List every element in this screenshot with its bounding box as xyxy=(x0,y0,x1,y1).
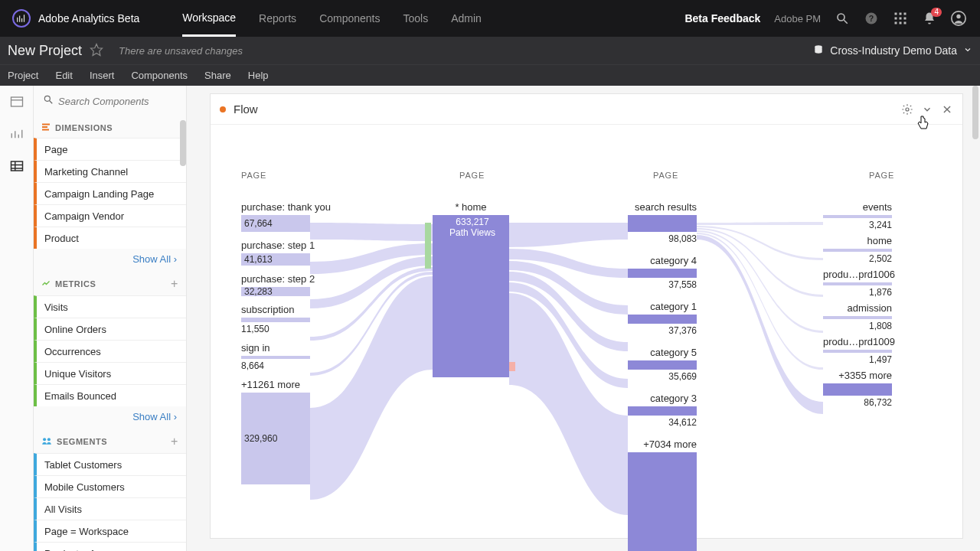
flow-node[interactable]: +7034 more365,556 xyxy=(628,439,697,551)
menu-share[interactable]: Share xyxy=(204,70,231,81)
component-item[interactable]: Campaign Landing Page xyxy=(34,182,186,204)
viz-type-dot xyxy=(220,106,226,112)
nav-reports[interactable]: Reports xyxy=(259,0,296,37)
svg-line-24 xyxy=(50,101,53,104)
svg-rect-7 xyxy=(895,18,897,20)
flow-node[interactable]: purchase: step 141,613 xyxy=(241,240,318,266)
panel-icon[interactable] xyxy=(10,95,24,109)
flow-node[interactable]: admission1,808 xyxy=(823,302,892,331)
svg-rect-27 xyxy=(42,129,49,131)
help-icon[interactable]: ? xyxy=(864,11,879,26)
component-item[interactable]: All Visits xyxy=(34,497,186,520)
flow-node[interactable]: home2,502 xyxy=(823,235,892,264)
flow-node[interactable]: sign in8,664 xyxy=(241,342,318,371)
flow-node[interactable]: events3,241 xyxy=(823,201,892,230)
menu-insert[interactable]: Insert xyxy=(90,70,115,81)
settings-icon[interactable] xyxy=(901,103,913,116)
beta-feedback-link[interactable]: Beta Feedback xyxy=(684,12,760,24)
menu-edit[interactable]: Edit xyxy=(55,70,72,81)
svg-text:?: ? xyxy=(869,14,874,23)
datasource-icon xyxy=(813,44,824,57)
visualization-icon[interactable] xyxy=(10,127,24,141)
components-icon[interactable] xyxy=(10,159,24,173)
panel-scrollbar[interactable] xyxy=(180,120,186,166)
search-small-icon xyxy=(43,94,54,108)
report-suite-selector[interactable]: Cross-Industry Demo Data xyxy=(830,44,957,57)
flow-node[interactable]: category 334,612 xyxy=(628,393,697,428)
search-icon[interactable] xyxy=(835,11,850,26)
chevron-down-icon[interactable] xyxy=(963,44,972,57)
nav-admin[interactable]: Admin xyxy=(451,0,482,37)
apps-icon[interactable] xyxy=(893,11,908,26)
project-title[interactable]: New Project xyxy=(8,43,82,59)
component-item[interactable]: Tablet Customers xyxy=(34,453,186,475)
component-item[interactable]: Campaign Vendor xyxy=(34,204,186,227)
component-item[interactable]: Page xyxy=(34,138,186,160)
left-rail xyxy=(0,86,34,551)
flow-visualization[interactable]: Flow xyxy=(210,93,963,539)
metrics-header: METRICS + xyxy=(34,271,186,295)
workspace-canvas: Flow xyxy=(187,86,980,551)
menu-help[interactable]: Help xyxy=(248,70,269,81)
component-item[interactable]: Occurrences xyxy=(34,340,186,362)
component-item[interactable]: Emails Bounced xyxy=(34,384,186,406)
component-item[interactable]: Product xyxy=(34,227,186,249)
flow-node[interactable]: subscription11,550 xyxy=(241,304,318,334)
flow-node[interactable]: category 137,376 xyxy=(628,301,697,336)
dimensions-header: DIMENSIONS xyxy=(34,116,186,138)
flow-node[interactable]: category 437,558 xyxy=(628,255,697,290)
collapse-icon[interactable] xyxy=(921,103,933,116)
nav-tools[interactable]: Tools xyxy=(403,0,429,37)
org-label[interactable]: Adobe PM xyxy=(774,13,821,24)
nav-components[interactable]: Components xyxy=(319,0,380,37)
dimensions-show-all[interactable]: Show All xyxy=(34,249,186,271)
col4-header: PAGE xyxy=(869,171,892,180)
flow-node[interactable]: +3355 more86,732 xyxy=(823,370,892,408)
notification-icon[interactable]: 4 xyxy=(922,11,937,26)
component-item[interactable]: Marketing Channel xyxy=(34,160,186,182)
metrics-show-all[interactable]: Show All xyxy=(34,406,186,429)
flow-node[interactable]: search results98,083 xyxy=(628,201,697,244)
component-item[interactable]: Product = 1 xyxy=(34,542,186,551)
search-input[interactable] xyxy=(58,96,187,107)
svg-rect-10 xyxy=(895,22,897,24)
add-segment-button[interactable]: + xyxy=(171,435,178,448)
svg-point-23 xyxy=(44,96,50,101)
viz-title[interactable]: Flow xyxy=(234,103,258,116)
flow-node[interactable]: +11261 more329,960 xyxy=(241,379,318,484)
segments-icon xyxy=(41,436,52,447)
component-item[interactable]: Mobile Customers xyxy=(34,475,186,497)
canvas-scrollbar[interactable] xyxy=(972,86,978,139)
svg-rect-12 xyxy=(904,22,906,24)
project-bar: New Project There are unsaved changes Cr… xyxy=(0,37,980,64)
svg-rect-8 xyxy=(900,18,902,20)
svg-rect-19 xyxy=(11,161,22,171)
favorite-icon[interactable] xyxy=(90,43,103,59)
svg-point-29 xyxy=(47,438,51,441)
flow-node[interactable]: purchase: step 232,283 xyxy=(241,273,318,296)
menu-bar: ProjectEditInsertComponentsShareHelp xyxy=(0,64,980,86)
close-icon[interactable] xyxy=(941,103,953,116)
svg-rect-6 xyxy=(904,13,906,15)
component-item[interactable]: Page = Workspace xyxy=(34,520,186,542)
add-metric-button[interactable]: + xyxy=(171,277,178,291)
component-item[interactable]: Visits xyxy=(34,295,186,318)
flow-center-node[interactable]: * home 633,217 Path Views xyxy=(433,201,509,377)
nav-workspace[interactable]: Workspace xyxy=(182,0,236,37)
flow-node[interactable]: produ…prd10061,876 xyxy=(823,269,892,298)
flow-node[interactable]: produ…prd10091,497 xyxy=(823,336,892,365)
menu-project[interactable]: Project xyxy=(8,70,38,81)
flow-node[interactable]: purchase: thank you67,664 xyxy=(241,201,318,232)
svg-rect-9 xyxy=(904,18,906,20)
svg-point-30 xyxy=(906,108,909,111)
flow-diagram[interactable]: PAGE PAGE PAGE PAGE purchase: thank you6… xyxy=(211,125,962,538)
viz-header: Flow xyxy=(211,94,962,125)
svg-line-1 xyxy=(844,20,848,24)
svg-rect-11 xyxy=(900,22,902,24)
avatar-icon[interactable] xyxy=(951,11,966,26)
svg-rect-5 xyxy=(900,13,902,15)
flow-node[interactable]: category 535,669 xyxy=(628,347,697,382)
component-item[interactable]: Unique Visitors xyxy=(34,362,186,384)
component-item[interactable]: Online Orders xyxy=(34,318,186,340)
menu-components[interactable]: Components xyxy=(131,70,188,81)
